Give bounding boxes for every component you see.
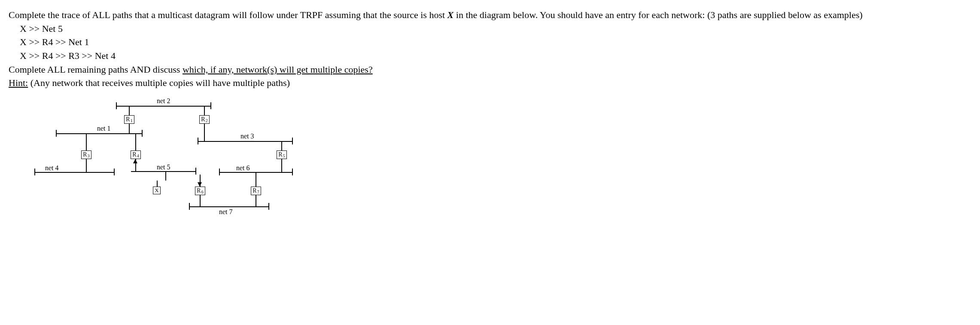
hint-label: Hint: xyxy=(9,77,28,88)
r1-letter: R xyxy=(126,116,130,124)
intro-text-a: Complete the trace of ALL paths that a m… xyxy=(9,9,447,20)
r7-to-net7 xyxy=(256,195,256,206)
net7-label: net 7 xyxy=(219,207,233,217)
r3-to-net1 xyxy=(86,133,87,150)
x-to-net5 xyxy=(157,181,158,187)
hint-text: (Any network that receives multiple copi… xyxy=(28,77,290,88)
intro-text-b: in the diagram below. You should have an… xyxy=(453,9,862,20)
arrow-r6-down-icon xyxy=(198,182,202,187)
r7-to-net6 xyxy=(256,172,256,187)
host-x-label: X xyxy=(155,187,158,194)
net6-tick-left xyxy=(219,169,220,175)
r4-sub: 4 xyxy=(137,153,139,159)
r5-to-net3 xyxy=(281,141,282,150)
r7-letter: R xyxy=(253,187,256,195)
net3-tick-right xyxy=(292,138,293,144)
router-r3: R3 xyxy=(81,150,91,159)
r3-letter: R xyxy=(83,151,87,159)
net5-label: net 5 xyxy=(157,162,170,172)
task-underline: which, if any, network(s) will get multi… xyxy=(183,64,373,75)
net2-bus xyxy=(116,106,210,107)
r7-sub: 7 xyxy=(257,189,259,195)
net6-label: net 6 xyxy=(236,163,250,173)
net7-tick-right xyxy=(268,203,269,210)
net3-label: net 3 xyxy=(240,132,254,141)
r1-to-net1 xyxy=(129,124,130,133)
host-x: X xyxy=(153,187,161,194)
r1-to-net2 xyxy=(129,106,130,115)
network-diagram: net 2 R1 R2 net 1 net 3 R3 xyxy=(30,97,331,218)
net4-tick-left xyxy=(34,169,35,175)
r4-letter: R xyxy=(132,151,136,159)
r6-to-net7 xyxy=(200,195,201,206)
net3-tick-left xyxy=(198,138,198,144)
r5-sub: 5 xyxy=(283,153,285,159)
intro-x: X xyxy=(447,9,454,20)
r3-sub: 3 xyxy=(88,153,90,159)
router-r7: R7 xyxy=(251,187,261,195)
r3-to-net4 xyxy=(86,159,87,172)
net3-bus xyxy=(198,141,292,142)
net4-tick-right xyxy=(114,169,115,175)
net6-tick-right xyxy=(292,169,293,175)
arrow-r4-up-icon xyxy=(133,159,137,163)
router-r2: R2 xyxy=(199,115,210,124)
page: Complete the trace of ALL paths that a m… xyxy=(0,0,962,222)
net1-tick-right xyxy=(142,130,143,137)
task-paragraph: Complete ALL remaining paths AND discuss… xyxy=(9,63,953,76)
net2-label: net 2 xyxy=(157,96,170,106)
net1-label: net 1 xyxy=(97,124,111,133)
r2-to-net3 xyxy=(204,124,205,141)
net5-tick-right xyxy=(195,168,196,175)
net1-tick-left xyxy=(56,130,57,137)
net2-tick-left xyxy=(116,102,117,109)
router-r4: R4 xyxy=(131,150,141,159)
net4-label: net 4 xyxy=(45,163,59,173)
router-r5: R5 xyxy=(277,150,287,159)
r5-to-net6 xyxy=(281,159,282,172)
r2-sub: 2 xyxy=(206,118,208,124)
hint-paragraph: Hint: (Any network that receives multipl… xyxy=(9,77,953,89)
r6-sub: 6 xyxy=(201,189,204,195)
router-r6: R6 xyxy=(195,187,205,195)
r4-to-net1 xyxy=(135,133,136,150)
net5-drop xyxy=(165,171,166,181)
example-path-1: X >> Net 5 xyxy=(20,22,953,35)
net1-bus xyxy=(56,133,142,134)
intro-paragraph: Complete the trace of ALL paths that a m… xyxy=(9,9,953,21)
r6-letter: R xyxy=(197,187,201,195)
r2-letter: R xyxy=(201,116,205,124)
r5-letter: R xyxy=(278,151,282,159)
task-text-a: Complete ALL remaining paths AND discuss xyxy=(9,64,183,75)
r2-to-net2 xyxy=(204,106,205,115)
net2-tick-right xyxy=(210,102,211,109)
net7-tick-left xyxy=(189,203,190,210)
r1-sub: 1 xyxy=(131,118,133,124)
example-path-3: X >> R4 >> R3 >> Net 4 xyxy=(20,49,953,62)
router-r1: R1 xyxy=(124,115,134,124)
example-path-2: X >> R4 >> Net 1 xyxy=(20,36,953,49)
